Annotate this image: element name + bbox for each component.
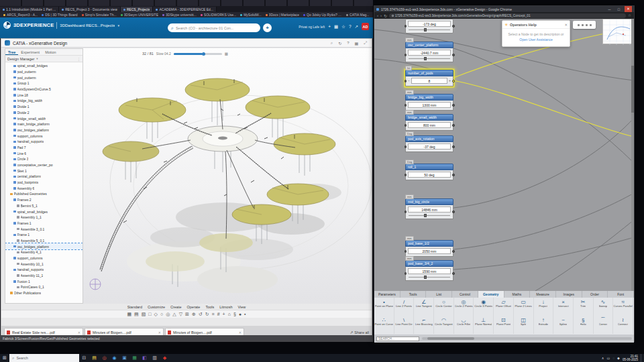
browser-tab[interactable]: 1.1 Introduction (Module 1 Part ... bbox=[0, 7, 59, 12]
tree-scope-dropdown[interactable]: Design Manager ▾ ⋮ bbox=[5, 56, 83, 62]
tree-item[interactable]: Fusion 1 bbox=[5, 278, 83, 284]
node-value[interactable]: 14846 mm bbox=[408, 206, 451, 213]
target-icon[interactable]: ◎ bbox=[166, 310, 170, 318]
node-title[interactable]: pod_axis_rotation bbox=[405, 135, 453, 142]
bookmark-item[interactable]: MySolidW... bbox=[240, 13, 261, 17]
palette-tool[interactable]: ↑ Extrude bbox=[534, 316, 554, 334]
browser-tab[interactable]: ACADEMIA - 3DEXPERIENCE Ed... bbox=[153, 7, 217, 12]
palette-tool[interactable]: § Helix bbox=[574, 316, 594, 334]
bookmark-item[interactable]: 3DSwym UNIVERSITE bbox=[121, 13, 158, 17]
more-options-icon[interactable]: ⋮ bbox=[77, 57, 80, 61]
volume-icon[interactable]: ◆ bbox=[617, 356, 620, 360]
outlook-icon[interactable]: ▣ bbox=[119, 354, 129, 362]
triangle-tool-icon[interactable]: △ bbox=[172, 310, 176, 318]
node-slider[interactable] bbox=[408, 28, 451, 31]
tree-item[interactable]: handrail_supports bbox=[5, 267, 83, 273]
excel-icon[interactable]: ▦ bbox=[129, 354, 140, 362]
tree-item[interactable]: Assembly 11_1 bbox=[5, 273, 83, 279]
node-graph-canvas[interactable]: Deg − -173 deg + bbox=[374, 19, 634, 291]
node-value[interactable]: -37 deg bbox=[408, 143, 451, 149]
palette-tab[interactable]: List bbox=[426, 291, 452, 298]
section-icon[interactable]: § bbox=[233, 310, 236, 318]
node-search-input[interactable]: SEARCH... bbox=[376, 337, 419, 341]
graph-node[interactable]: Deg roll_1 − 50 deg + bbox=[405, 164, 453, 180]
input-port[interactable] bbox=[405, 124, 407, 127]
viewport-3d[interactable]: 32 / 81 Slow 04.2 ▦ bbox=[83, 48, 372, 304]
tree-item[interactable]: Other Publications bbox=[5, 290, 83, 296]
output-port[interactable] bbox=[452, 210, 455, 213]
output-port[interactable] bbox=[452, 80, 455, 82]
frame-icon[interactable]: □ bbox=[148, 310, 151, 318]
node-title[interactable]: bridge_big_width bbox=[405, 94, 453, 101]
node-value[interactable]: 1590 mm bbox=[408, 268, 451, 274]
flip-icon[interactable]: ▽ bbox=[179, 310, 182, 318]
palette-tab[interactable]: Tools bbox=[400, 291, 427, 298]
palette-tool[interactable]: / Line 2 Points bbox=[394, 298, 415, 316]
tree-item[interactable]: Assembly 4_1 bbox=[5, 249, 83, 255]
graph-node[interactable]: Int number_of_pods − 8 + bbox=[405, 70, 453, 86]
palette-tool[interactable]: ≈ Curves Parallel bbox=[613, 298, 633, 316]
grid-view-icon[interactable]: ▦ bbox=[127, 310, 131, 318]
tree-item[interactable]: Group 1 bbox=[5, 80, 83, 86]
canvas-mini-toolbar[interactable] bbox=[573, 21, 596, 29]
graph-node[interactable]: Deg pod_axis_rotation − -37 deg + bbox=[405, 135, 453, 152]
node-value[interactable]: -173 deg bbox=[408, 21, 451, 27]
forward-icon[interactable]: › bbox=[380, 13, 382, 17]
input-port[interactable] bbox=[405, 250, 407, 253]
node-value[interactable]: 800 mm bbox=[408, 122, 451, 128]
palette-tool[interactable]: ∠ Line Tangent bbox=[414, 298, 434, 316]
bottom-menu-item[interactable]: View bbox=[237, 305, 246, 309]
bottom-menu-item[interactable]: Litmosh bbox=[219, 305, 232, 309]
tree-item[interactable]: Assemble 5_0.1 bbox=[5, 238, 83, 244]
tree-item[interactable]: bridge_big_width bbox=[5, 98, 83, 104]
node-value[interactable]: 8 bbox=[411, 78, 447, 84]
bookmark-item[interactable]: DS | 3D Things Board bbox=[42, 13, 77, 17]
palette-tool[interactable]: × Intersect bbox=[553, 298, 574, 316]
palette-tool[interactable]: ~ Spline bbox=[553, 316, 574, 334]
file-explorer-icon[interactable]: ▤ bbox=[89, 354, 99, 362]
node-slider[interactable] bbox=[408, 276, 451, 278]
node-slider[interactable] bbox=[408, 57, 451, 60]
tray-expand-icon[interactable]: ∧ bbox=[602, 356, 604, 360]
node-title[interactable]: roll_1 bbox=[405, 164, 453, 170]
node-title[interactable]: pod_base_3/4_2 bbox=[405, 260, 453, 267]
graph-minimap[interactable] bbox=[602, 19, 633, 44]
expand-icon[interactable]: ⤢ bbox=[362, 41, 368, 46]
add-cell-icon[interactable]: ⊞ bbox=[185, 310, 189, 318]
graph-node[interactable]: mm pod_base_3/4_2 − 1590 mm + bbox=[405, 260, 453, 281]
palette-tab[interactable]: Measure bbox=[530, 291, 556, 298]
tree-item[interactable]: osc_bridges_platform bbox=[5, 127, 83, 133]
graph-node[interactable]: mm mid_big_circle − 14846 mm + bbox=[405, 198, 453, 219]
tree-item[interactable]: support_columns bbox=[5, 255, 83, 261]
battery-icon[interactable]: ▭ bbox=[606, 356, 610, 360]
taskbar-clock[interactable]: 21:41 05-06-2025 bbox=[623, 355, 638, 362]
reload-icon[interactable]: ↻ bbox=[384, 13, 387, 18]
url-field[interactable]: 1726.3747b159-eu1-ws3.3dexperience.3ds.c… bbox=[389, 13, 626, 18]
tree-item[interactable]: Line 6 bbox=[5, 150, 83, 156]
point-tool-icon[interactable]: ● bbox=[239, 310, 241, 318]
viewport-options-icon[interactable]: ▦ bbox=[225, 52, 228, 56]
bottom-menu-item[interactable]: Tools bbox=[205, 305, 214, 309]
tree-item[interactable]: Frames 2 bbox=[5, 197, 83, 203]
user-avatar-badge[interactable]: AD bbox=[362, 23, 369, 30]
bookmark-item[interactable]: ARCS_Report3 - A... bbox=[3, 13, 38, 17]
palette-tool[interactable]: ◡ Circle Fillet bbox=[454, 316, 474, 334]
palette-tab[interactable]: Images bbox=[556, 291, 582, 298]
palette-tool[interactable]: \ Line Point Dir bbox=[394, 316, 415, 334]
tree-item[interactable]: main_bridge_platform bbox=[5, 121, 83, 127]
circle-tool-icon[interactable]: ○ bbox=[160, 310, 163, 318]
palette-tool[interactable]: ▱ Plane Offset bbox=[494, 298, 514, 316]
tree-item[interactable]: Pad 7 bbox=[5, 145, 83, 151]
bottom-menu-item[interactable]: Create bbox=[170, 305, 182, 309]
input-port[interactable] bbox=[405, 145, 407, 148]
tree-item[interactable]: central_platform bbox=[5, 174, 83, 180]
network-icon[interactable]: ◌ bbox=[612, 356, 614, 360]
palette-tool[interactable]: ◫ Split bbox=[514, 316, 534, 334]
input-port[interactable] bbox=[405, 174, 407, 176]
taskbar-search[interactable]: ⌕ Search bbox=[9, 354, 79, 362]
tree-item[interactable]: Assembly 6 bbox=[5, 185, 83, 191]
node-value[interactable]: 50 deg bbox=[408, 172, 451, 178]
graph-node[interactable]: mm osc_center_platform − -2440.7 mm + bbox=[405, 42, 453, 62]
input-port[interactable] bbox=[405, 210, 407, 213]
help-icon[interactable]: ? bbox=[345, 41, 350, 45]
